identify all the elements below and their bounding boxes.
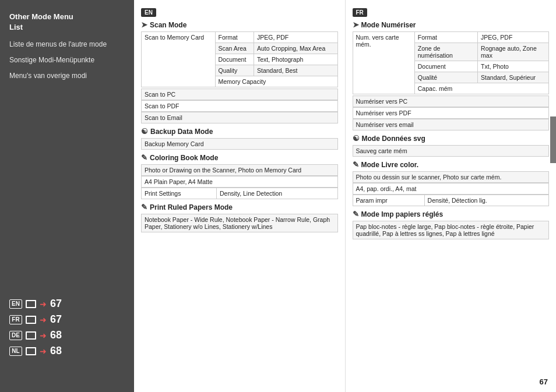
book-icon-en <box>26 300 36 308</box>
book-icon-fr <box>26 316 36 324</box>
right-tab <box>550 116 556 163</box>
fr-scan-label: Num. vers carte mém. <box>353 32 414 94</box>
coloring-icon-fr: ✎ <box>353 160 359 169</box>
book-icon-de <box>26 331 36 340</box>
fr-print-ruled-row: Pap bloc-notes - règle large, Pap bloc-n… <box>353 221 550 239</box>
arrow-icon-fr: ➜ <box>40 315 47 324</box>
en-coloring-table: Print Settings Density, Line Detection <box>141 188 338 199</box>
fr-num-vers-pc: Numériser vers PC <box>353 96 550 107</box>
lang-row-nl: NL ➜ 68 <box>9 345 62 357</box>
en-print-ruled-row: Notebook Paper - Wide Rule, Notebook Pap… <box>141 214 338 232</box>
lang-badge-de: DE <box>9 331 22 340</box>
arrow-icon-en: ➜ <box>40 299 47 309</box>
lang-row-de: DE ➜ 68 <box>9 329 62 341</box>
en-print-ruled-heading: ✎ Print Ruled Papers Mode <box>141 203 338 211</box>
fr-num-vers-pdf: Numériser vers PDF <box>353 107 550 119</box>
format-label-en: Format <box>215 32 254 43</box>
lang-num-fr: 67 <box>50 313 62 326</box>
en-backup-mode-block: ☯ Backup Data Mode Backup Memory Card <box>141 127 338 150</box>
en-backup-row: Backup Memory Card <box>141 138 338 150</box>
en-scan-table: Scan to Memory Card Format JPEG, PDF Sca… <box>141 31 338 87</box>
sidebar-title: Other Mode Menu List <box>9 12 125 33</box>
en-scan-to-pc: Scan to PC <box>141 89 338 100</box>
sidebar-item-1: Sonstige Modi-Menüpunkte <box>9 55 125 65</box>
print-icon-en: ✎ <box>141 203 147 211</box>
fr-scan-mode-block: ➤ Mode Numériser Num. vers carte mém. Fo… <box>353 20 550 130</box>
scan-icon-fr: ➤ <box>353 20 359 29</box>
sidebar: Other Mode Menu List Liste de menus de l… <box>0 0 134 392</box>
lang-badge-fr: FR <box>9 315 22 324</box>
lang-row-fr: FR ➜ 67 <box>9 313 62 326</box>
en-scan-to-email: Scan to Email <box>141 112 338 123</box>
sidebar-item-0: Liste de menus de l'autre mode <box>9 40 125 50</box>
fr-scan-mode-heading: ➤ Mode Numériser <box>353 20 550 29</box>
lang-badge-en: EN <box>9 299 22 309</box>
en-coloring-row0: Photo or Drawing on the Scanner, Photo o… <box>141 164 338 176</box>
col-en: EN ➤ Scan Mode Scan to Memory Card Forma… <box>134 0 346 392</box>
table-row: Scan to Memory Card Format JPEG, PDF <box>142 32 338 43</box>
fr-coloring-table: Param impr Densité, Détection lig. <box>353 195 550 206</box>
scan-icon-en: ➤ <box>141 20 147 29</box>
coloring-icon-en: ✎ <box>141 153 147 162</box>
lang-row-en: EN ➜ 67 <box>9 298 62 310</box>
fr-coloring-mode-block: ✎ Mode Livre color. Photo ou dessin sur … <box>353 160 550 206</box>
fr-backup-heading: ☯ Mode Données svg <box>353 134 550 143</box>
lang-badge-nl: NL <box>9 347 22 356</box>
col-fr: FR ➤ Mode Numériser Num. vers carte mém.… <box>346 0 557 392</box>
en-backup-heading: ☯ Backup Data Mode <box>141 127 338 136</box>
fr-print-ruled-block: ✎ Mode Imp papiers réglés Pap bloc-notes… <box>353 210 550 239</box>
table-row: Param impr Densité, Détection lig. <box>353 195 549 206</box>
page-number: 67 <box>540 377 548 386</box>
fr-scan-table: Num. vers carte mém. Format JPEG, PDF Zo… <box>353 31 550 94</box>
lang-num-en: 67 <box>50 298 62 310</box>
fr-coloring-row0: Photo ou dessin sur le scanner, Photo su… <box>353 171 550 183</box>
sidebar-item-2: Menu's van overige modi <box>9 71 125 81</box>
print-icon-fr: ✎ <box>353 210 359 218</box>
en-print-ruled-block: ✎ Print Ruled Papers Mode Notebook Paper… <box>141 203 338 232</box>
backup-icon-fr: ☯ <box>353 134 360 143</box>
arrow-icon-de: ➜ <box>40 331 47 340</box>
en-scan-mode-block: ➤ Scan Mode Scan to Memory Card Format J… <box>141 20 338 123</box>
arrow-icon-nl: ➜ <box>40 347 47 356</box>
fr-backup-mode-block: ☯ Mode Données svg Sauveg carte mém <box>353 134 550 157</box>
en-scan-to-pdf: Scan to PDF <box>141 100 338 112</box>
backup-icon-en: ☯ <box>141 127 148 136</box>
fr-coloring-heading: ✎ Mode Livre color. <box>353 160 550 169</box>
fr-num-vers-email: Numériser vers email <box>353 119 550 130</box>
table-row: Print Settings Density, Line Detection <box>142 188 338 199</box>
en-coloring-row1: A4 Plain Paper, A4 Matte <box>141 176 338 188</box>
en-coloring-mode-block: ✎ Coloring Book Mode Photo or Drawing on… <box>141 153 338 199</box>
main-content: EN ➤ Scan Mode Scan to Memory Card Forma… <box>134 0 556 392</box>
fr-print-ruled-heading: ✎ Mode Imp papiers réglés <box>353 210 550 218</box>
lang-badges: EN ➜ 67 FR ➜ 67 DE ➜ 68 NL ➜ 68 <box>9 298 62 357</box>
fr-coloring-row1: A4, pap. ordi., A4, mat <box>353 183 550 195</box>
en-lang-header: EN <box>141 8 156 17</box>
scan-label-en: Scan to Memory Card <box>142 32 216 87</box>
en-scan-mode-heading: ➤ Scan Mode <box>141 20 338 29</box>
fr-backup-row: Sauveg carte mém <box>353 145 550 157</box>
lang-num-de: 68 <box>50 329 62 341</box>
table-row: Num. vers carte mém. Format JPEG, PDF <box>353 32 549 43</box>
book-icon-nl <box>26 347 36 355</box>
format-val-en: JPEG, PDF <box>254 32 337 43</box>
fr-lang-header: FR <box>353 8 367 17</box>
lang-num-nl: 68 <box>50 345 62 357</box>
en-coloring-heading: ✎ Coloring Book Mode <box>141 153 338 162</box>
